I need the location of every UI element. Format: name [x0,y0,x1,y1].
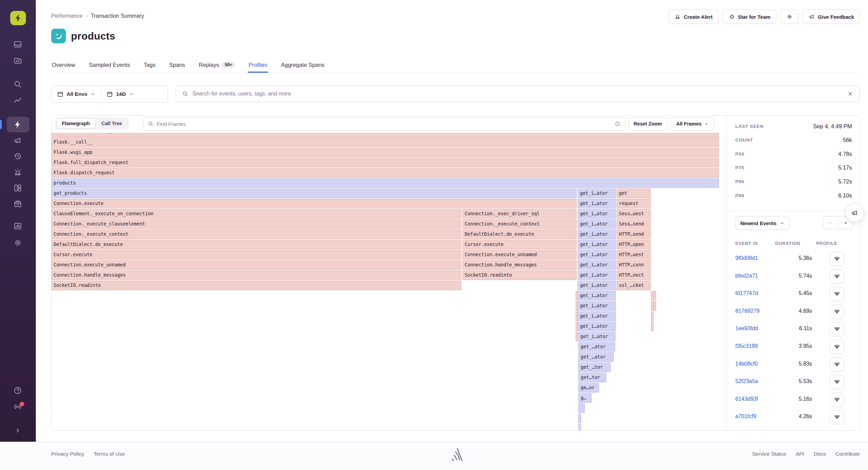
search-input[interactable]: Search for events, users, tags, and more [176,86,860,102]
megaphone-icon[interactable] [13,136,22,145]
footer-link-terms-of-use[interactable]: Terms of Use [93,451,125,457]
issues-icon[interactable] [13,40,22,49]
view-profile-button[interactable] [830,269,844,284]
flame-frame[interactable]: g… [578,393,592,403]
flame-frame[interactable] [653,301,656,311]
flame-frame[interactable]: Cursor.execute [51,250,461,260]
view-profile-button[interactable] [830,357,844,372]
tab-replays[interactable]: Replays50+ [198,58,236,73]
gear-icon[interactable] [13,238,22,247]
lightning-icon[interactable] [13,120,22,129]
flame-frame[interactable]: get_i…ator [578,291,616,300]
event-id-link[interactable]: 9f0d08d1 [735,255,758,261]
flame-frame[interactable]: HTTP…uest [617,250,651,260]
flame-frame[interactable]: Connection.execute_unnamed [462,250,577,260]
projects-icon[interactable] [13,56,22,65]
flame-frame[interactable]: ge…or [578,383,599,393]
event-id-link[interactable]: 81769279 [735,308,760,314]
metrics-icon[interactable] [13,96,22,105]
clock-rewind-icon[interactable] [13,152,22,161]
view-option-call-tree[interactable]: Call Tree [96,118,127,129]
flame-frame-clipped[interactable]: Flask.wsgi_app [51,133,719,137]
flame-frame[interactable]: get_i…ator [578,240,616,249]
flame-frame[interactable] [578,403,585,413]
flame-frame[interactable]: get_…tor [578,363,611,372]
event-sort-select[interactable]: Newest Events [735,216,790,230]
chevron-right-icon[interactable] [13,426,22,435]
view-profile-button[interactable] [830,340,844,354]
help-icon[interactable] [13,386,22,395]
flame-frame[interactable]: get_i…ator [578,199,616,208]
bar-chart-icon[interactable] [13,222,22,231]
flame-frame[interactable]: Connection.execute [51,199,577,208]
flame-frame[interactable]: get_i…ator [578,250,616,260]
flame-frame[interactable]: Cursor.execute [462,240,577,249]
sentry-logo[interactable] [10,11,26,25]
flame-frame[interactable]: get_i…ator [578,301,616,311]
flame-frame[interactable] [578,414,581,423]
tab-aggregate-spans[interactable]: Aggregate Spans [280,58,325,73]
siren-icon[interactable] [13,168,22,177]
flame-frame[interactable]: get_i…ator [578,230,616,239]
flame-frame[interactable] [653,291,656,300]
flamegraph-canvas[interactable]: Flask.wsgi_appFlask.__call__Flask.wsgi_a… [51,133,719,430]
env-filter[interactable]: All Envs [52,86,101,102]
flame-frame[interactable]: SocketIO.readinto [51,281,461,290]
flame-frame[interactable] [651,322,654,331]
dashboards-icon[interactable] [13,183,22,192]
footer-link-api[interactable]: API [796,451,804,457]
all-frames-select[interactable]: All Frames [671,117,714,130]
event-id-link[interactable]: f35c3199 [735,343,758,349]
breadcrumb-parent[interactable]: Performance [51,13,83,19]
flame-frame[interactable]: Sess…send [617,219,651,229]
view-profile-button[interactable] [830,375,844,389]
flame-frame[interactable]: SocketIO.readinto [462,270,577,280]
event-id-link[interactable]: fd17747d [735,290,758,296]
flame-frame[interactable]: HTTP…conn [617,260,651,270]
flame-frame[interactable] [651,311,654,321]
date-filter[interactable]: 14D [101,86,139,102]
flamegraph-scrollbar[interactable] [723,134,723,430]
search-icon[interactable] [13,80,22,89]
footer-link-contribute[interactable]: Contribute [835,451,860,457]
feedback-fab[interactable] [845,204,864,222]
flame-frame[interactable]: get [617,189,651,198]
tab-spans[interactable]: Spans [169,58,186,73]
flame-frame[interactable]: Flask.full_dispatch_request [51,158,719,167]
close-icon[interactable] [847,91,853,97]
event-id-link[interactable]: 52f23a5a [735,378,758,384]
flame-frame[interactable]: HTTP…nect [617,270,651,280]
flame-frame[interactable]: get_products [51,189,577,198]
flame-frame[interactable]: Connection.handle_messages [51,270,461,280]
tab-profiles[interactable]: Profiles [248,58,268,73]
view-profile-button[interactable] [830,410,844,424]
flame-frame[interactable]: Flask.dispatch_request [51,168,719,178]
give-feedback-button[interactable]: Give Feedback [803,10,860,24]
footer-link-service-status[interactable]: Service Status [752,451,786,457]
tab-sampled-events[interactable]: Sampled Events [88,58,131,73]
flame-frame[interactable]: HTTP…send [617,230,651,239]
flame-frame[interactable]: Flask.wsgi_app [51,148,719,157]
flame-frame[interactable]: ssl_…cket [617,281,651,290]
event-id-link[interactable]: bfed2a71 [735,273,758,279]
flame-frame[interactable]: DefaultDialect.do_execute [51,240,461,249]
flame-frame[interactable]: get_i…ator [578,281,616,290]
reset-zoom-button[interactable]: Reset Zoom [628,117,667,130]
flame-frame[interactable]: get_i…ator [578,209,616,219]
flame-frame[interactable]: Sess…uest [617,209,651,219]
pager-prev-button[interactable] [823,217,838,229]
flame-frame[interactable]: get_i…ator [578,260,616,270]
event-id-link[interactable]: a701fcf9 [735,413,756,420]
flame-frame[interactable]: get_i…ator [578,311,616,321]
event-id-link[interactable]: 14b08cf0 [735,361,758,367]
view-profile-button[interactable] [830,393,844,407]
find-frames-input[interactable]: Find Frames [143,117,625,130]
flame-frame[interactable]: products [51,178,719,188]
flame-frame[interactable]: Connection._execute_context [51,230,461,239]
view-profile-button[interactable] [830,252,844,266]
event-id-link[interactable]: 1ee93fdd [735,325,758,332]
view-profile-button[interactable] [830,322,844,336]
tab-tags[interactable]: Tags [143,58,156,73]
flame-frame[interactable]: Connection._execute_clauseelement [51,219,461,229]
view-profile-button[interactable] [830,305,844,319]
